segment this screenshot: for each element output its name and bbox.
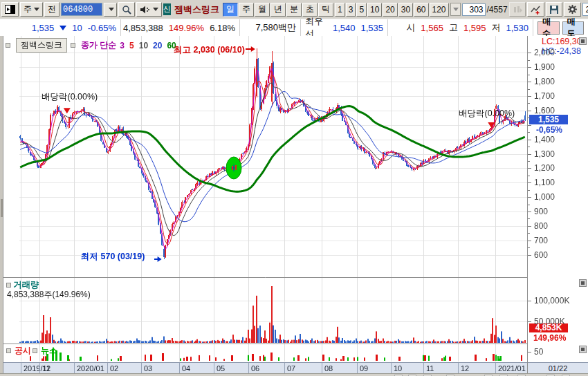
minute-button-1[interactable]: 1 xyxy=(335,3,345,17)
code-dropdown-button[interactable] xyxy=(104,3,117,17)
tab-period-틱[interactable]: 틱 xyxy=(318,3,333,17)
y-axis-tick xyxy=(528,96,531,97)
y-axis-tick xyxy=(528,60,530,61)
price-cell: 1,535 10 -0.65% xyxy=(0,19,121,36)
x-axis-month-label: 12 xyxy=(39,363,50,373)
y-axis-tick xyxy=(528,168,531,169)
minute-button-120[interactable]: 120 xyxy=(430,3,449,17)
amount-cell: 7,580백만 xyxy=(240,19,301,36)
y-axis-price-label: 2,000 xyxy=(534,48,555,57)
prev-stock-button[interactable]: 전 xyxy=(44,2,59,17)
y-axis-price-label: 600 xyxy=(534,250,548,260)
turnover-pct: 6.18% xyxy=(210,23,235,33)
y-axis-price-label: 1,400 xyxy=(534,135,555,144)
expand-volume-pane-button[interactable] xyxy=(579,279,587,287)
y-axis[interactable]: LC:169,30 HC:-24,38 1,535 -0,65% 4,853K … xyxy=(528,36,588,362)
minute-button-30[interactable]: 30 xyxy=(398,3,413,17)
best-quote-cell: 최우선 1,540 1,535 xyxy=(301,19,388,36)
stock-code-input[interactable] xyxy=(61,3,102,16)
compare-chart-button xyxy=(509,2,526,17)
main-toolbar: 주 전 신 젬백스링크 일주월년분초틱 13510203060120 /4557… xyxy=(0,0,588,19)
expand-price-pane-button[interactable] xyxy=(579,37,587,45)
y-axis-price-label: 1,000 xyxy=(534,192,555,202)
y-axis-tick xyxy=(528,154,531,155)
buy-button[interactable]: 매수 xyxy=(538,21,560,35)
volume-axis-tick xyxy=(528,321,531,322)
minute-button-5[interactable]: 5 xyxy=(356,3,367,17)
current-volume-pct-marker: 149,96% xyxy=(533,333,566,343)
minute-button-3[interactable]: 3 xyxy=(346,3,356,17)
save-chart-button[interactable] xyxy=(546,2,562,17)
open-label: 시 xyxy=(406,21,415,34)
right-axis-panel: LC:169,30 HC:-24,38 1,535 -0,65% 4,853K … xyxy=(527,36,588,373)
y-axis-tick xyxy=(528,53,531,53)
expand-news-pane-button[interactable] xyxy=(579,346,587,353)
high-price: 1,595 xyxy=(463,23,486,33)
minute-button-10[interactable]: 10 xyxy=(367,3,382,17)
legend-stock-name-button[interactable]: 젬백스링크 xyxy=(16,38,67,53)
sound-alert-button[interactable] xyxy=(136,2,162,17)
y-axis-price-label: 800 xyxy=(534,221,548,231)
x-axis[interactable]: 2019/11122020/01020304050607080910111220… xyxy=(3,362,527,373)
tab-period-주[interactable]: 주 xyxy=(239,3,254,17)
interval-dropdown[interactable] xyxy=(450,3,461,16)
chart-date-display[interactable]: 2021/01/22 xyxy=(582,3,588,16)
y-axis-tick xyxy=(528,132,530,133)
x-axis-month-label: 06 xyxy=(248,363,259,373)
news-axis-tick-label: 50 xyxy=(534,347,543,357)
high-label: 고 xyxy=(449,21,458,34)
minute-button-20[interactable]: 20 xyxy=(383,3,397,17)
y-axis-tick xyxy=(528,197,531,198)
y-axis-tick xyxy=(528,89,530,90)
period-quick-label: 주 xyxy=(24,3,32,15)
y-axis-tick xyxy=(528,111,531,111)
volume-cell: 4,853,388 149.96% 6.18% xyxy=(121,19,240,36)
y-axis-price-label: 1,200 xyxy=(534,163,555,173)
current-price: 1,535 xyxy=(32,23,55,33)
open-price: 1,565 xyxy=(421,23,443,33)
x-axis-month-label: 12 xyxy=(458,363,469,373)
current-price-marker: 1,535 xyxy=(529,115,568,124)
window-panel-button[interactable] xyxy=(1,2,19,17)
chevron-down-icon xyxy=(34,8,39,11)
y-axis-tick xyxy=(528,161,530,162)
low-label: 저 xyxy=(491,21,500,34)
y-axis-tick xyxy=(528,147,530,147)
chart-region: 젬백스링크 종가 단순 35102060 최고 2,030 (06/10) 배당… xyxy=(3,36,527,373)
best-ask: 1,540 xyxy=(333,23,356,33)
price-volume-chart-canvas[interactable] xyxy=(3,36,527,362)
y-axis-tick xyxy=(528,125,531,126)
bar-total-label: /4557 xyxy=(487,5,508,15)
minute-button-60[interactable]: 60 xyxy=(414,3,428,17)
chart-annotation-button[interactable] xyxy=(527,2,544,17)
chevron-down-icon xyxy=(153,8,158,11)
bar-count-input[interactable] xyxy=(462,3,486,16)
y-axis-tick xyxy=(528,75,530,75)
stock-search-button[interactable] xyxy=(118,2,135,17)
tab-period-월[interactable]: 월 xyxy=(255,3,270,17)
sell-button[interactable]: 매도 xyxy=(562,21,585,35)
y-axis-tick xyxy=(528,233,530,234)
tab-period-분[interactable]: 분 xyxy=(286,3,302,17)
x-axis-month-label: 2020/01 xyxy=(74,363,104,373)
low-price: 1,530 xyxy=(506,23,529,33)
chart-settings-button[interactable] xyxy=(564,2,581,17)
x-axis-month-label: 07 xyxy=(284,363,295,373)
y-axis-tick xyxy=(528,67,531,68)
current-date-axis-cell: 01/22 xyxy=(528,362,588,373)
y-axis-tick xyxy=(528,190,530,191)
down-triangle-icon xyxy=(59,26,66,30)
y-axis-tick xyxy=(528,255,531,256)
search-icon xyxy=(122,5,131,15)
period-quick-dropdown[interactable]: 주 xyxy=(20,2,43,17)
stock-name-label: 젬백스링크 xyxy=(172,3,221,16)
tab-period-일[interactable]: 일 xyxy=(223,3,238,17)
y-axis-price-label: 1,300 xyxy=(534,149,555,159)
quote-info-bar: 1,535 10 -0.65% 4,853,388 149.96% 6.18% … xyxy=(0,19,588,36)
tab-period-초[interactable]: 초 xyxy=(302,3,318,17)
y-axis-price-label: 1,100 xyxy=(534,178,555,187)
price-change: 10 xyxy=(72,23,82,33)
y-axis-tick xyxy=(528,212,531,212)
lc-indicator: LC:169,30 xyxy=(542,37,582,46)
tab-period-년[interactable]: 년 xyxy=(270,3,286,17)
